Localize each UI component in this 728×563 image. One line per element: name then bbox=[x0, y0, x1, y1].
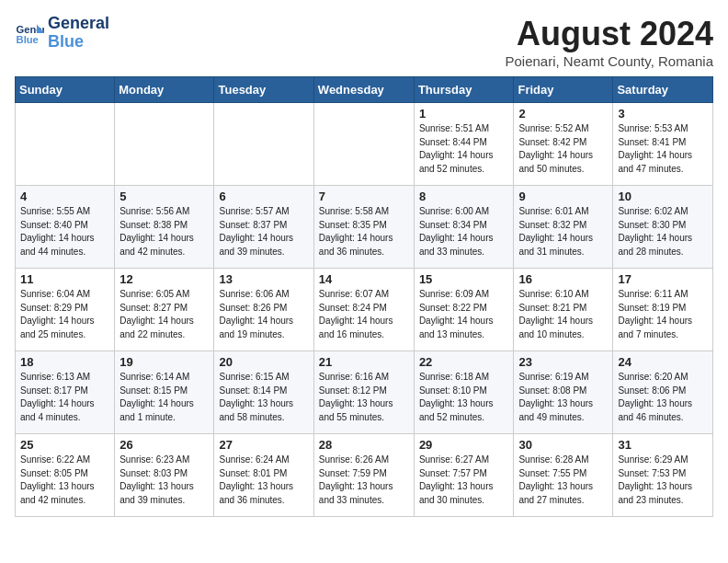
calendar-cell bbox=[313, 103, 414, 186]
day-info: Sunrise: 6:04 AM Sunset: 8:29 PM Dayligh… bbox=[20, 288, 109, 341]
day-number: 14 bbox=[319, 272, 409, 286]
day-info: Sunrise: 6:16 AM Sunset: 8:12 PM Dayligh… bbox=[319, 371, 409, 424]
day-number: 9 bbox=[518, 190, 608, 203]
day-number: 30 bbox=[518, 438, 608, 452]
day-number: 23 bbox=[518, 355, 608, 369]
day-info: Sunrise: 5:55 AM Sunset: 8:40 PM Dayligh… bbox=[20, 205, 109, 259]
weekday-header-sunday: Sunday bbox=[16, 77, 115, 103]
calendar-cell: 2Sunrise: 5:52 AM Sunset: 8:42 PM Daylig… bbox=[514, 103, 613, 186]
day-info: Sunrise: 6:11 AM Sunset: 8:19 PM Dayligh… bbox=[618, 288, 708, 341]
day-info: Sunrise: 5:56 AM Sunset: 8:38 PM Dayligh… bbox=[119, 205, 209, 259]
calendar-cell: 22Sunrise: 6:18 AM Sunset: 8:10 PM Dayli… bbox=[414, 351, 514, 434]
day-info: Sunrise: 6:13 AM Sunset: 8:17 PM Dayligh… bbox=[20, 371, 109, 424]
weekday-header-thursday: Thursday bbox=[414, 77, 514, 103]
calendar-cell: 3Sunrise: 5:53 AM Sunset: 8:41 PM Daylig… bbox=[613, 103, 713, 186]
day-info: Sunrise: 6:24 AM Sunset: 8:01 PM Dayligh… bbox=[219, 454, 308, 507]
weekday-header-row: SundayMondayTuesdayWednesdayThursdayFrid… bbox=[16, 77, 713, 103]
day-number: 3 bbox=[618, 107, 708, 121]
calendar-cell: 13Sunrise: 6:06 AM Sunset: 8:26 PM Dayli… bbox=[214, 269, 313, 351]
day-number: 24 bbox=[618, 355, 708, 369]
calendar-table: SundayMondayTuesdayWednesdayThursdayFrid… bbox=[15, 76, 713, 517]
calendar-cell: 6Sunrise: 5:57 AM Sunset: 8:37 PM Daylig… bbox=[214, 186, 313, 269]
day-info: Sunrise: 6:27 AM Sunset: 7:57 PM Dayligh… bbox=[419, 454, 509, 507]
weekday-header-saturday: Saturday bbox=[613, 77, 713, 103]
day-info: Sunrise: 6:20 AM Sunset: 8:06 PM Dayligh… bbox=[618, 371, 708, 424]
weekday-header-wednesday: Wednesday bbox=[313, 77, 414, 103]
calendar-cell: 20Sunrise: 6:15 AM Sunset: 8:14 PM Dayli… bbox=[214, 351, 313, 434]
day-number: 22 bbox=[419, 355, 509, 369]
day-info: Sunrise: 6:00 AM Sunset: 8:34 PM Dayligh… bbox=[419, 205, 509, 259]
calendar-cell: 1Sunrise: 5:51 AM Sunset: 8:44 PM Daylig… bbox=[414, 103, 514, 186]
calendar-cell: 30Sunrise: 6:28 AM Sunset: 7:55 PM Dayli… bbox=[514, 434, 613, 517]
day-number: 2 bbox=[518, 107, 608, 121]
day-info: Sunrise: 6:05 AM Sunset: 8:27 PM Dayligh… bbox=[119, 288, 209, 341]
calendar-cell: 12Sunrise: 6:05 AM Sunset: 8:27 PM Dayli… bbox=[115, 269, 214, 351]
day-number: 8 bbox=[419, 190, 509, 203]
weekday-header-friday: Friday bbox=[514, 77, 613, 103]
day-info: Sunrise: 6:18 AM Sunset: 8:10 PM Dayligh… bbox=[419, 371, 509, 424]
calendar-cell bbox=[214, 103, 313, 186]
day-info: Sunrise: 5:51 AM Sunset: 8:44 PM Dayligh… bbox=[419, 122, 509, 176]
week-row-2: 4Sunrise: 5:55 AM Sunset: 8:40 PM Daylig… bbox=[16, 186, 713, 269]
calendar-cell: 21Sunrise: 6:16 AM Sunset: 8:12 PM Dayli… bbox=[313, 351, 414, 434]
day-number: 26 bbox=[119, 438, 209, 452]
day-number: 27 bbox=[219, 438, 308, 452]
calendar-cell: 8Sunrise: 6:00 AM Sunset: 8:34 PM Daylig… bbox=[414, 186, 514, 269]
day-info: Sunrise: 6:26 AM Sunset: 7:59 PM Dayligh… bbox=[319, 454, 409, 507]
day-number: 25 bbox=[20, 438, 109, 452]
calendar-cell bbox=[115, 103, 214, 186]
logo-icon: General Blue bbox=[15, 18, 44, 48]
day-info: Sunrise: 6:22 AM Sunset: 8:05 PM Dayligh… bbox=[20, 454, 109, 507]
calendar-title: August 2024 bbox=[506, 15, 714, 53]
calendar-cell: 4Sunrise: 5:55 AM Sunset: 8:40 PM Daylig… bbox=[16, 186, 115, 269]
day-info: Sunrise: 6:19 AM Sunset: 8:08 PM Dayligh… bbox=[518, 371, 608, 424]
day-number: 28 bbox=[319, 438, 409, 452]
week-row-4: 18Sunrise: 6:13 AM Sunset: 8:17 PM Dayli… bbox=[16, 351, 713, 434]
calendar-cell: 16Sunrise: 6:10 AM Sunset: 8:21 PM Dayli… bbox=[514, 269, 613, 351]
calendar-cell: 15Sunrise: 6:09 AM Sunset: 8:22 PM Dayli… bbox=[414, 269, 514, 351]
logo: General Blue General Blue bbox=[15, 15, 109, 52]
day-info: Sunrise: 6:23 AM Sunset: 8:03 PM Dayligh… bbox=[119, 454, 209, 507]
calendar-cell: 9Sunrise: 6:01 AM Sunset: 8:32 PM Daylig… bbox=[514, 186, 613, 269]
day-number: 19 bbox=[119, 355, 209, 369]
calendar-cell: 19Sunrise: 6:14 AM Sunset: 8:15 PM Dayli… bbox=[115, 351, 214, 434]
day-number: 1 bbox=[419, 107, 509, 121]
calendar-cell: 24Sunrise: 6:20 AM Sunset: 8:06 PM Dayli… bbox=[613, 351, 713, 434]
day-number: 7 bbox=[319, 190, 409, 203]
day-number: 15 bbox=[419, 272, 509, 286]
day-info: Sunrise: 6:07 AM Sunset: 8:24 PM Dayligh… bbox=[319, 288, 409, 341]
page-header: General Blue General Blue August 2024 Po… bbox=[15, 15, 713, 69]
calendar-cell bbox=[16, 103, 115, 186]
day-number: 29 bbox=[419, 438, 509, 452]
day-info: Sunrise: 6:14 AM Sunset: 8:15 PM Dayligh… bbox=[119, 371, 209, 424]
day-info: Sunrise: 6:10 AM Sunset: 8:21 PM Dayligh… bbox=[518, 288, 608, 341]
calendar-cell: 5Sunrise: 5:56 AM Sunset: 8:38 PM Daylig… bbox=[115, 186, 214, 269]
calendar-cell: 26Sunrise: 6:23 AM Sunset: 8:03 PM Dayli… bbox=[115, 434, 214, 517]
day-number: 10 bbox=[618, 190, 708, 203]
day-number: 20 bbox=[219, 355, 308, 369]
day-number: 18 bbox=[20, 355, 109, 369]
day-info: Sunrise: 6:09 AM Sunset: 8:22 PM Dayligh… bbox=[419, 288, 509, 341]
svg-text:Blue: Blue bbox=[17, 34, 39, 45]
title-block: August 2024 Poienari, Neamt County, Roma… bbox=[506, 15, 714, 69]
day-number: 11 bbox=[20, 272, 109, 286]
day-number: 13 bbox=[219, 272, 308, 286]
calendar-cell: 29Sunrise: 6:27 AM Sunset: 7:57 PM Dayli… bbox=[414, 434, 514, 517]
calendar-cell: 7Sunrise: 5:58 AM Sunset: 8:35 PM Daylig… bbox=[313, 186, 414, 269]
calendar-cell: 27Sunrise: 6:24 AM Sunset: 8:01 PM Dayli… bbox=[214, 434, 313, 517]
week-row-5: 25Sunrise: 6:22 AM Sunset: 8:05 PM Dayli… bbox=[16, 434, 713, 517]
calendar-cell: 28Sunrise: 6:26 AM Sunset: 7:59 PM Dayli… bbox=[313, 434, 414, 517]
weekday-header-tuesday: Tuesday bbox=[214, 77, 313, 103]
logo-text-line2: Blue bbox=[48, 33, 109, 52]
calendar-cell: 14Sunrise: 6:07 AM Sunset: 8:24 PM Dayli… bbox=[313, 269, 414, 351]
day-info: Sunrise: 6:29 AM Sunset: 7:53 PM Dayligh… bbox=[618, 454, 708, 507]
calendar-cell: 17Sunrise: 6:11 AM Sunset: 8:19 PM Dayli… bbox=[613, 269, 713, 351]
logo-text-line1: General bbox=[48, 15, 109, 33]
week-row-1: 1Sunrise: 5:51 AM Sunset: 8:44 PM Daylig… bbox=[16, 103, 713, 186]
day-number: 5 bbox=[119, 190, 209, 203]
week-row-3: 11Sunrise: 6:04 AM Sunset: 8:29 PM Dayli… bbox=[16, 269, 713, 351]
calendar-cell: 23Sunrise: 6:19 AM Sunset: 8:08 PM Dayli… bbox=[514, 351, 613, 434]
day-info: Sunrise: 6:01 AM Sunset: 8:32 PM Dayligh… bbox=[518, 205, 608, 259]
day-number: 21 bbox=[319, 355, 409, 369]
day-info: Sunrise: 6:06 AM Sunset: 8:26 PM Dayligh… bbox=[219, 288, 308, 341]
